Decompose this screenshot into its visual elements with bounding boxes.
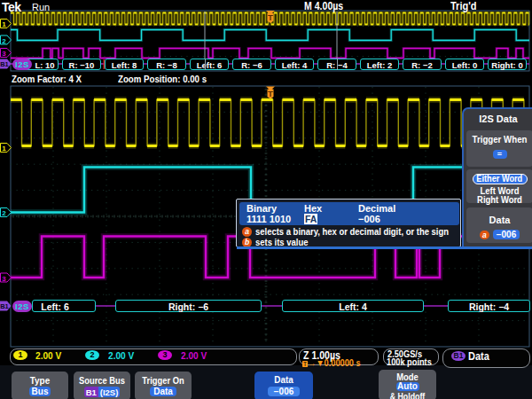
svg-text:3: 3	[2, 275, 6, 283]
svg-text:B1: B1	[0, 60, 9, 68]
svg-text:1: 1	[2, 20, 6, 28]
svg-text:1: 1	[2, 145, 6, 153]
svg-text:T: T	[268, 12, 273, 22]
svg-text:2: 2	[2, 209, 6, 217]
svg-text:B1: B1	[0, 302, 9, 310]
svg-text:T: T	[268, 89, 273, 98]
svg-text:2: 2	[2, 37, 6, 45]
svg-text:3: 3	[2, 50, 6, 58]
